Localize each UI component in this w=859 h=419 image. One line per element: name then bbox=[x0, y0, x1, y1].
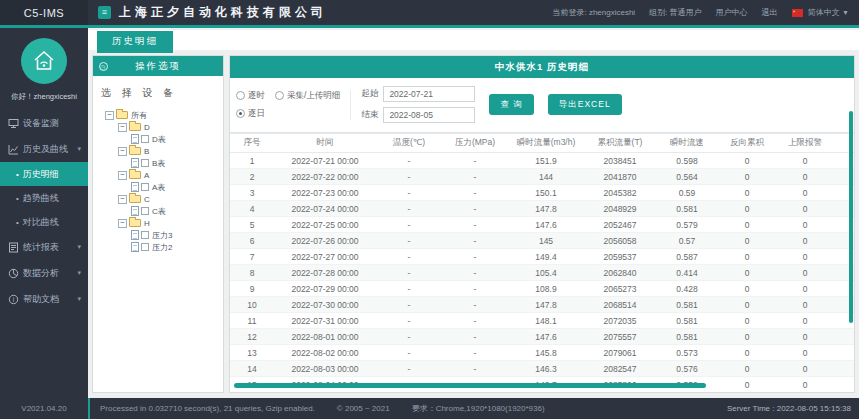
table-cell: 2065273 bbox=[584, 281, 656, 297]
vertical-scrollbar[interactable] bbox=[849, 111, 853, 323]
tree-checkbox[interactable] bbox=[141, 159, 149, 167]
export-excel-button[interactable]: 导出EXCEL bbox=[548, 94, 622, 115]
column-header: 瞬时流量(m3/h) bbox=[508, 134, 584, 153]
tree-node[interactable]: −B bbox=[105, 145, 215, 157]
language-selector[interactable]: 简体中文 ▼ bbox=[792, 7, 849, 18]
avatar[interactable] bbox=[21, 38, 67, 84]
tree-node[interactable]: −所有 bbox=[105, 109, 215, 121]
horizontal-scrollbar[interactable] bbox=[234, 383, 706, 388]
table-cell: 0 bbox=[718, 377, 776, 393]
tree-collapse-icon[interactable]: − bbox=[118, 219, 127, 228]
tree-checkbox[interactable] bbox=[141, 207, 149, 215]
tree-node[interactable]: A表 bbox=[105, 181, 215, 193]
sidebar-subitem[interactable]: •对比曲线 bbox=[0, 210, 88, 234]
table-cell: - bbox=[442, 153, 508, 169]
language-label: 简体中文 bbox=[808, 8, 840, 17]
filter-bar: 逐时 采集/上传明细 逐日 bbox=[230, 78, 854, 133]
table-cell: 0.576 bbox=[656, 361, 718, 377]
table-cell: 0.581 bbox=[656, 201, 718, 217]
tree-collapse-icon[interactable]: − bbox=[118, 195, 127, 204]
table-cell: 0 bbox=[718, 217, 776, 233]
table-cell: 0 bbox=[776, 185, 834, 201]
tab-history-detail[interactable]: 历史明细 bbox=[97, 31, 173, 53]
radio-daily[interactable]: 逐日 bbox=[236, 108, 265, 120]
start-date-input[interactable] bbox=[383, 86, 475, 102]
table-cell: 8 bbox=[230, 265, 274, 281]
table-cell: 2062840 bbox=[584, 265, 656, 281]
table-cell: 2068514 bbox=[584, 297, 656, 313]
sidebar-item-label: 帮助文档 bbox=[23, 293, 59, 306]
sidebar-subitem-label: 趋势曲线 bbox=[23, 192, 59, 205]
sidebar-subitem[interactable]: •历史明细 bbox=[0, 162, 88, 186]
chart-icon bbox=[7, 143, 19, 155]
tree-checkbox[interactable] bbox=[141, 183, 149, 191]
tree-checkbox[interactable] bbox=[141, 231, 149, 239]
table-cell: 0 bbox=[776, 377, 834, 393]
tree-node[interactable]: C表 bbox=[105, 205, 215, 217]
table-cell: - bbox=[442, 201, 508, 217]
end-date-input[interactable] bbox=[383, 107, 475, 123]
tree-collapse-icon[interactable]: − bbox=[105, 111, 114, 120]
radio-hourly[interactable]: 逐时 bbox=[236, 90, 265, 102]
tree-node[interactable]: B表 bbox=[105, 157, 215, 169]
table-cell: 0 bbox=[718, 249, 776, 265]
sidebar-menu: 设备监测历史及曲线▾•历史明细•趋势曲线•对比曲线统计报表▾数据分析▾i帮助文档… bbox=[0, 110, 88, 312]
table-cell: 6 bbox=[230, 233, 274, 249]
options-panel-header: ◷ 操作选项 bbox=[93, 56, 223, 76]
table-cell: 147.6 bbox=[508, 217, 584, 233]
table-cell: 0.414 bbox=[656, 265, 718, 281]
sidebar-item-report[interactable]: 统计报表▾ bbox=[0, 234, 88, 260]
table-row: 62022-07-26 00:00--14520560580.5700 bbox=[230, 233, 854, 249]
table-cell: 0.57 bbox=[656, 233, 718, 249]
table-cell: - bbox=[376, 345, 442, 361]
table-cell: 2082547 bbox=[584, 361, 656, 377]
tree-node[interactable]: −A bbox=[105, 169, 215, 181]
column-header: 上限报警 bbox=[776, 134, 834, 153]
tree-collapse-icon[interactable]: − bbox=[118, 123, 127, 132]
table-cell: 3 bbox=[230, 185, 274, 201]
radio-collect-upload[interactable]: 采集/上传明细 bbox=[275, 90, 340, 102]
query-button[interactable]: 查 询 bbox=[489, 94, 533, 115]
table-cell: 0 bbox=[776, 281, 834, 297]
table-cell: - bbox=[376, 297, 442, 313]
table-cell: 147.6 bbox=[508, 329, 584, 345]
table-cell: 2022-07-30 00:00 bbox=[274, 297, 376, 313]
tree-collapse-icon[interactable]: − bbox=[118, 147, 127, 156]
tree-checkbox[interactable] bbox=[141, 135, 149, 143]
tree-checkbox[interactable] bbox=[141, 243, 149, 251]
tree-node[interactable]: 压力2 bbox=[105, 241, 215, 253]
radio-hourly-label: 逐时 bbox=[248, 90, 265, 102]
folder-icon bbox=[116, 111, 128, 119]
table-cell: 0.587 bbox=[656, 249, 718, 265]
table-cell: 14 bbox=[230, 361, 274, 377]
tree-node-label: D表 bbox=[152, 134, 166, 145]
sidebar-item-label: 数据分析 bbox=[23, 267, 59, 280]
table-cell: 0 bbox=[718, 329, 776, 345]
sidebar-item-analysis[interactable]: 数据分析▾ bbox=[0, 260, 88, 286]
app-window: C5-IMS ≡ 上海正夕自动化科技有限公司 当前登录: zhengxicesh… bbox=[0, 0, 859, 419]
sidebar-item-help[interactable]: i帮助文档▾ bbox=[0, 286, 88, 312]
tree-node[interactable]: −H bbox=[105, 217, 215, 229]
sidebar-subitem[interactable]: •趋势曲线 bbox=[0, 186, 88, 210]
radio-group: 逐时 采集/上传明细 逐日 bbox=[236, 90, 351, 120]
tree-node[interactable]: −D bbox=[105, 121, 215, 133]
table-cell: - bbox=[376, 201, 442, 217]
table-cell: 0.598 bbox=[656, 153, 718, 169]
report-icon bbox=[7, 241, 19, 253]
logout-link[interactable]: 退出 bbox=[762, 7, 778, 18]
table-cell: - bbox=[376, 361, 442, 377]
tree-node[interactable]: −C bbox=[105, 193, 215, 205]
tree-node[interactable]: D表 bbox=[105, 133, 215, 145]
table-cell: 149.4 bbox=[508, 249, 584, 265]
collapse-panel-icon[interactable]: ◷ bbox=[99, 62, 108, 71]
table-cell: 2079061 bbox=[584, 345, 656, 361]
sidebar-item-monitor[interactable]: 设备监测 bbox=[0, 110, 88, 136]
select-device-label: 选 择 设 备 bbox=[101, 86, 215, 100]
tree-node[interactable]: 压力3 bbox=[105, 229, 215, 241]
user-center-link[interactable]: 用户中心 bbox=[716, 7, 748, 18]
tree-collapse-icon[interactable]: − bbox=[118, 171, 127, 180]
table-row: 42022-07-24 00:00--147.820489290.58100 bbox=[230, 201, 854, 217]
sidebar-item-chart[interactable]: 历史及曲线▾ bbox=[0, 136, 88, 162]
sidebar-toggle-icon[interactable]: ≡ bbox=[98, 6, 111, 19]
server-time: Server Time : 2022-08-05 15:15:38 bbox=[727, 404, 859, 413]
